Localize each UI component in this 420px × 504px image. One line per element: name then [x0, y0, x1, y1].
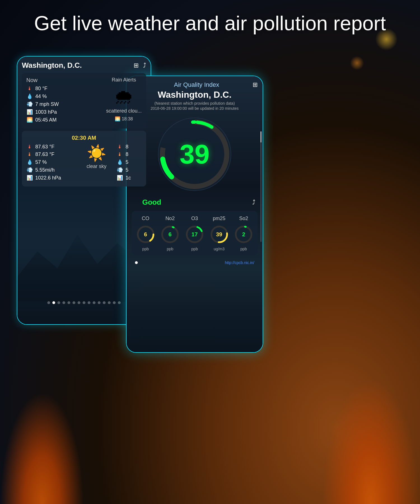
weather-sunrise-stat: 🌅 05:45 AM [26, 117, 103, 123]
dot-10[interactable] [98, 301, 101, 304]
aqi-source-link[interactable]: http://cpcb.nic.in/ [225, 260, 254, 265]
forecast-temp-value: 87.63 °F [35, 144, 54, 150]
pollutants-panel: CO No2 O3 pm25 So2 [132, 211, 258, 255]
pollutant-label-o3: O3 [183, 214, 206, 223]
mini-gauge-no2: 6 [160, 225, 179, 244]
aqi-value: 39 [180, 141, 210, 168]
fr-hum-icon: 💧 [116, 159, 123, 165]
pressure-icon: 📊 [26, 109, 33, 115]
dot-14[interactable] [118, 301, 121, 304]
dot-2[interactable] [57, 301, 60, 304]
pollutant-pm25-gauge: 39 [207, 225, 231, 244]
forecast-wind-icon: 💨 [26, 167, 33, 173]
fr-wind-icon: 💨 [116, 167, 123, 173]
forecast-left: 🌡 87.63 °F 🌡 87.63 °F 💧 57 % 💨 [26, 144, 76, 183]
weather-now-label: Now [26, 77, 103, 83]
mini-gauge-co: 6 [136, 225, 155, 244]
forecast-row: 🌡 87.63 °F 🌡 87.63 °F 💧 57 % 💨 [26, 144, 142, 183]
weather-share-icon[interactable]: ⤴ [143, 62, 146, 69]
no2-unit: ppb [158, 246, 182, 252]
o3-unit: ppb [183, 246, 206, 252]
forecast-condition: clear sky [76, 164, 116, 169]
wind-icon: 💨 [26, 101, 33, 107]
weather-humidity-stat: 💧 44 % [26, 93, 103, 99]
pollutants-gauges: 6 6 [134, 225, 255, 244]
humidity-icon: 💧 [26, 93, 33, 99]
aqi-title: Air Quality Index [141, 81, 253, 88]
aqi-bottom-row: http://cpcb.nic.in/ [132, 257, 258, 268]
forecast-center: ☀️ clear sky [76, 144, 116, 169]
forecast-temp-stat: 🌡 87.63 °F [26, 144, 76, 150]
forecast-humidity-stat: 💧 57 % [26, 159, 76, 165]
weather-sunrise-value: 05:45 AM [35, 117, 57, 123]
forecast-wind-stat: 💨 5.55mi/h [26, 167, 76, 173]
fr-pressure-icon: 📊 [116, 175, 123, 181]
pollutant-co-gauge: 6 [134, 225, 157, 244]
aqi-station: (Nearest station which provides pollutio… [132, 101, 258, 106]
forecast-feels-icon: 🌡 [26, 151, 33, 157]
weather-wind-stat: 💨 7 mph SW [26, 101, 103, 107]
pollutants-units: ppb ppb ppb ug/m3 ppb [134, 246, 255, 252]
weather-humidity-value: 44 % [35, 94, 47, 99]
mini-gauge-so2: 2 [234, 225, 253, 244]
pollutant-label-so2: So2 [232, 214, 255, 223]
forecast-humidity-value: 57 % [35, 159, 47, 165]
pollutant-label-pm25: pm25 [207, 214, 231, 223]
dot-13[interactable] [113, 301, 116, 304]
weather-temp-value: 80 °F [35, 86, 47, 92]
sun-icon: ☀️ [76, 144, 116, 162]
aqi-city: Washington, D.C. [132, 90, 258, 100]
forecast-thermo-icon: 🌡 [26, 144, 33, 150]
fr-thermo-icon: 🌡 [116, 144, 123, 150]
sunrise-icon: 🌅 [26, 117, 33, 123]
dot-12[interactable] [108, 301, 111, 304]
dot-11[interactable] [103, 301, 106, 304]
aqi-content: Air Quality Index ⊞ Washington, D.C. (Ne… [127, 76, 263, 273]
forecast-wind-value: 5.55mi/h [35, 167, 55, 173]
dot-9[interactable] [93, 301, 95, 304]
pm25-unit: ug/m3 [207, 246, 231, 252]
dot-8[interactable] [88, 301, 90, 304]
pollutant-no2-gauge: 6 [158, 225, 182, 244]
mini-gauge-pm25: 39 [210, 225, 229, 244]
aqi-header: Air Quality Index ⊞ [132, 81, 258, 88]
weather-grid-icon[interactable]: ⊞ [134, 62, 139, 69]
header-section: Get live weather and air pollution repor… [0, 11, 420, 35]
forecast-pressure-icon: 📊 [26, 175, 33, 181]
co-unit: ppb [134, 246, 157, 252]
forecast-time: 02:30 AM [26, 135, 142, 141]
aqi-gauge-container: 39 [155, 115, 234, 193]
co-value: 6 [144, 231, 147, 238]
weather-pressure-stat: 📊 1003 hPa [26, 109, 103, 115]
aqi-grid-icon[interactable]: ⊞ [253, 81, 258, 88]
pollutant-label-no2: No2 [158, 214, 182, 223]
aqi-page-dots [133, 259, 140, 266]
forecast-feels-stat: 🌡 87.63 °F [26, 151, 76, 157]
pollutant-so2-gauge: 2 [232, 225, 255, 244]
weather-pressure-value: 1003 hPa [35, 109, 57, 115]
aqi-dot-0[interactable] [135, 261, 138, 264]
page-title: Get live weather and air pollution repor… [0, 11, 420, 35]
aqi-phone: Air Quality Index ⊞ Washington, D.C. (Ne… [126, 76, 263, 353]
so2-value: 2 [242, 231, 245, 238]
dot-7[interactable] [83, 301, 85, 304]
fr-feels-icon: 🌡 [116, 151, 123, 157]
weather-city: Washington, D.C. [22, 61, 82, 70]
pm25-value: 39 [216, 231, 222, 238]
weather-icons-row: ⊞ ⤴ [134, 62, 146, 69]
dot-3[interactable] [62, 301, 65, 304]
aqi-status-row: Good ⤴ [132, 198, 258, 207]
dot-6[interactable] [78, 301, 80, 304]
thermometer-icon: 🌡 [26, 86, 33, 92]
weather-temp-stat: 🌡 80 °F [26, 86, 103, 92]
dot-1[interactable] [52, 301, 55, 304]
so2-unit: ppb [232, 246, 255, 252]
dot-0[interactable] [47, 301, 50, 304]
weather-now-row: Now 🌡 80 °F 💧 44 % 💨 7 mph SW [26, 77, 142, 125]
weather-header: Washington, D.C. ⊞ ⤴ [22, 61, 146, 70]
pollutant-o3-gauge: 17 [183, 225, 206, 244]
aqi-share-icon[interactable]: ⤴ [252, 199, 255, 206]
dot-5[interactable] [73, 301, 75, 304]
dot-4[interactable] [67, 301, 70, 304]
forecast-pressure-stat: 📊 1022.6 hPa [26, 175, 76, 181]
